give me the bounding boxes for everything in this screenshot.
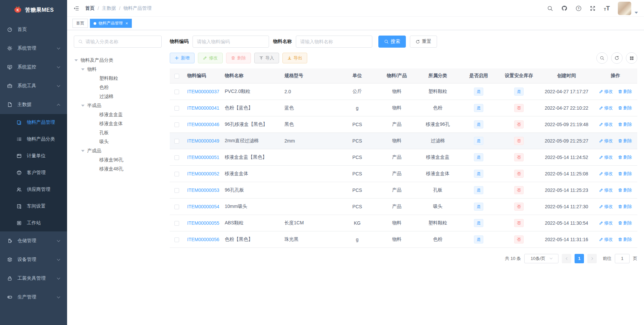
column-settings-button[interactable] xyxy=(626,52,637,64)
row-edit-link[interactable]: 修改 xyxy=(599,187,613,193)
edit-button[interactable]: 修改 xyxy=(198,53,223,63)
header-search-icon[interactable] xyxy=(547,5,553,11)
delete-button[interactable]: 删除 xyxy=(226,53,251,63)
next-page-button[interactable] xyxy=(587,254,597,263)
row-checkbox[interactable] xyxy=(174,155,179,160)
sidebar-item-fixture-management[interactable]: 工装夹具管理 xyxy=(0,269,67,288)
row-checkbox[interactable] xyxy=(174,90,179,94)
sidebar-item-supplier-management[interactable]: 供应商管理 xyxy=(0,181,67,198)
user-avatar[interactable] xyxy=(618,2,631,15)
import-button[interactable]: 导入 xyxy=(254,53,279,63)
row-edit-link[interactable]: 修改 xyxy=(599,89,613,95)
breadcrumb-home[interactable]: 首页 xyxy=(85,5,95,11)
sidebar-item-material-product-category[interactable]: 物料产品分类 xyxy=(0,131,67,148)
tree-node[interactable]: 移液盒96孔 xyxy=(74,155,162,164)
select-all-checkbox[interactable] xyxy=(174,74,179,78)
sidebar-item-production-management[interactable]: 生产管理 xyxy=(0,288,67,307)
tab-home[interactable]: 首页 xyxy=(72,19,88,28)
page-number-1[interactable]: 1 xyxy=(575,254,584,263)
sidebar-item-customer-management[interactable]: 客户管理 xyxy=(0,164,67,181)
tree-node[interactable]: 移液盒48孔 xyxy=(74,164,162,173)
row-edit-link[interactable]: 修改 xyxy=(599,121,613,127)
sidebar-fold-icon[interactable] xyxy=(73,5,79,11)
font-size-icon[interactable]: TT xyxy=(604,5,610,11)
row-delete-link[interactable]: 删除 xyxy=(618,187,632,193)
material-code-link[interactable]: ITEM00000053 xyxy=(187,187,219,193)
material-code-link[interactable]: ITEM00000055 xyxy=(187,220,219,226)
breadcrumb-master-data[interactable]: 主数据 xyxy=(102,5,116,11)
row-delete-link[interactable]: 删除 xyxy=(618,171,632,177)
material-code-link[interactable]: ITEM00000049 xyxy=(187,138,219,144)
material-code-link[interactable]: ITEM00000051 xyxy=(187,155,219,160)
sidebar-item-home[interactable]: 首页 xyxy=(0,20,67,39)
prev-page-button[interactable] xyxy=(562,254,571,263)
sidebar-item-system-tools[interactable]: 系统工具 xyxy=(0,76,67,95)
row-checkbox[interactable] xyxy=(174,106,179,111)
page-size-select[interactable]: 10条/页 xyxy=(524,254,558,263)
row-edit-link[interactable]: 修改 xyxy=(599,236,613,242)
tree-search-input[interactable] xyxy=(86,39,157,44)
row-checkbox[interactable] xyxy=(174,188,179,193)
close-icon[interactable] xyxy=(125,21,128,25)
refresh-table-button[interactable] xyxy=(611,52,623,64)
avatar-dropdown-caret-icon[interactable] xyxy=(635,12,638,14)
row-checkbox[interactable] xyxy=(174,139,179,144)
material-code-link[interactable]: ITEM00000056 xyxy=(187,237,219,242)
material-code-link[interactable]: ITEM00000037 xyxy=(187,89,219,94)
tree-node[interactable]: 色粉 xyxy=(74,83,162,92)
material-code-link[interactable]: ITEM00000054 xyxy=(187,204,219,209)
row-edit-link[interactable]: 修改 xyxy=(599,171,613,177)
row-edit-link[interactable]: 修改 xyxy=(599,154,613,160)
tree-node[interactable]: 物料及产品分类 xyxy=(74,56,162,65)
sidebar-item-system-management[interactable]: 系统管理 xyxy=(0,39,67,58)
sidebar-item-measure-unit[interactable]: 计量单位 xyxy=(0,148,67,164)
row-checkbox[interactable] xyxy=(174,205,179,209)
tree-node[interactable]: 孔板 xyxy=(74,128,162,137)
sidebar-item-material-product-management[interactable]: 物料产品管理 xyxy=(0,114,67,131)
sidebar-item-master-data[interactable]: 主数据 xyxy=(0,95,67,114)
tree-node[interactable]: 过滤棉 xyxy=(74,92,162,101)
row-delete-link[interactable]: 删除 xyxy=(618,220,632,226)
material-code-input[interactable] xyxy=(197,39,265,44)
sidebar-item-workshop-settings[interactable]: 车间设置 xyxy=(0,198,67,215)
tree-node[interactable]: 移液盒盒体 xyxy=(74,119,162,128)
row-edit-link[interactable]: 修改 xyxy=(599,204,613,210)
row-delete-link[interactable]: 删除 xyxy=(618,89,632,95)
goto-page-input[interactable] xyxy=(615,254,630,263)
material-name-input[interactable] xyxy=(300,39,368,44)
material-code-link[interactable]: ITEM00000052 xyxy=(187,171,219,176)
row-checkbox[interactable] xyxy=(174,172,179,176)
reset-button[interactable]: 重置 xyxy=(410,36,437,48)
row-delete-link[interactable]: 删除 xyxy=(618,105,632,111)
tree-node[interactable]: 移液盒盒盖 xyxy=(74,110,162,119)
toggle-search-button[interactable] xyxy=(596,52,608,64)
row-edit-link[interactable]: 修改 xyxy=(599,138,613,144)
tree-node[interactable]: 半成品 xyxy=(74,101,162,110)
row-edit-link[interactable]: 修改 xyxy=(599,220,613,226)
search-button[interactable]: 搜索 xyxy=(378,36,406,48)
github-icon[interactable] xyxy=(561,5,568,11)
tree-node[interactable]: 塑料颗粒 xyxy=(74,74,162,83)
sidebar-item-system-monitoring[interactable]: 系统监控 xyxy=(0,58,67,76)
tab-material-product-management[interactable]: 物料产品管理 xyxy=(90,19,132,28)
tree-node[interactable]: 物料 xyxy=(74,65,162,74)
row-checkbox[interactable] xyxy=(174,237,179,242)
help-icon[interactable]: ? xyxy=(576,5,582,11)
tree-node[interactable]: 产成品 xyxy=(74,146,162,155)
add-button[interactable]: 新增 xyxy=(170,53,195,63)
row-checkbox[interactable] xyxy=(174,122,179,127)
fullscreen-icon[interactable] xyxy=(590,5,596,11)
sidebar-item-equipment-management[interactable]: 设备管理 xyxy=(0,250,67,269)
sidebar-item-workstation[interactable]: 工作站 xyxy=(0,215,67,231)
row-delete-link[interactable]: 删除 xyxy=(618,204,632,210)
row-edit-link[interactable]: 修改 xyxy=(599,105,613,111)
row-delete-link[interactable]: 删除 xyxy=(618,121,632,127)
tree-node[interactable]: 吸头 xyxy=(74,137,162,146)
row-delete-link[interactable]: 删除 xyxy=(618,138,632,144)
row-delete-link[interactable]: 删除 xyxy=(618,236,632,242)
row-delete-link[interactable]: 删除 xyxy=(618,154,632,160)
export-button[interactable]: 导出 xyxy=(282,53,307,63)
row-checkbox[interactable] xyxy=(174,221,179,226)
sidebar-item-warehouse-management[interactable]: 仓储管理 xyxy=(0,231,67,250)
material-code-link[interactable]: ITEM00000041 xyxy=(187,105,219,111)
